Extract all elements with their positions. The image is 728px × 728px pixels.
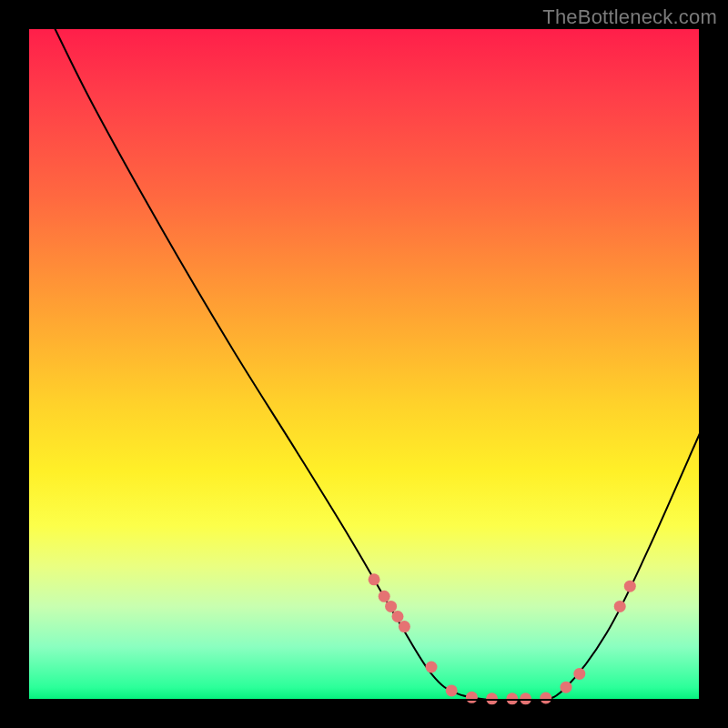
data-point	[385, 601, 397, 612]
data-point	[369, 573, 380, 585]
data-point	[540, 693, 551, 704]
data-point	[624, 581, 636, 592]
data-point	[399, 621, 410, 632]
data-point	[486, 693, 498, 704]
chart-svg	[27, 27, 701, 701]
data-point	[379, 591, 390, 602]
chart-frame: TheBottleneck.com	[0, 0, 728, 728]
bottleneck-curve	[55, 27, 701, 703]
data-point	[392, 611, 404, 622]
data-point	[573, 668, 585, 680]
data-point	[426, 662, 438, 673]
data-point	[561, 682, 572, 693]
data-point	[466, 692, 478, 703]
watermark-text: TheBottleneck.com	[542, 5, 717, 29]
data-point	[520, 693, 531, 704]
data-point	[506, 693, 518, 704]
data-point	[446, 684, 458, 696]
data-point	[614, 601, 626, 612]
